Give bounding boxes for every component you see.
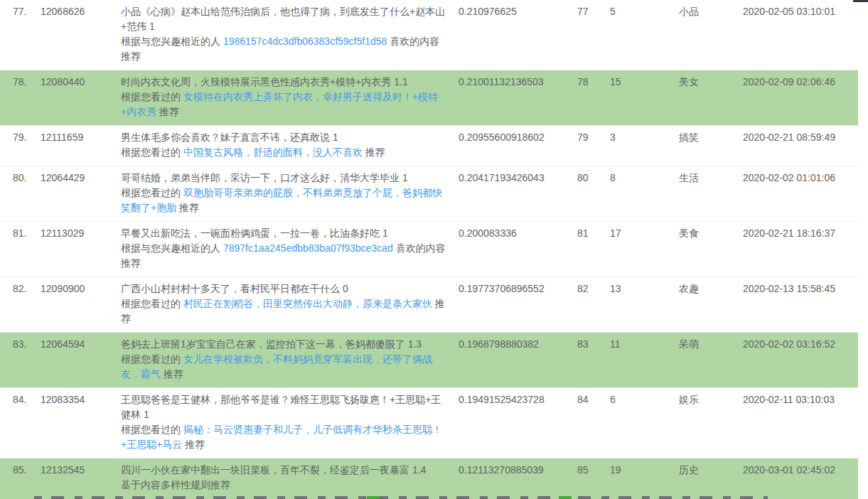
reason-suffix: 推荐 xyxy=(161,368,183,380)
count-value: 17 xyxy=(610,222,679,277)
score-value: 0.12113270885039 xyxy=(459,458,577,499)
item-description-cell: 男生体毛多你会喜欢？妹子直言不讳，还真敢说 1 根据您看过的 中国复古风格，舒适… xyxy=(121,126,459,166)
timestamp: 2020-02-02 01:01:06 xyxy=(743,166,858,222)
recommendation-list-page: { "colors": { "highlight_row": "#b0d6a3"… xyxy=(0,0,868,499)
item-id: 12132545 xyxy=(41,458,121,499)
row-index: 82. xyxy=(0,277,41,333)
category-label: 历史 xyxy=(679,458,743,499)
row-index: 83. xyxy=(0,333,41,388)
rank-value: 80 xyxy=(577,166,610,222)
score-value: 0.19491525423728 xyxy=(459,388,577,458)
reason-link[interactable]: 村民正在割稻谷，田里突然传出大动静，原来是条大家伙 xyxy=(183,298,432,309)
timestamp: 2020-02-02 03:16:52 xyxy=(743,333,858,388)
table-row[interactable]: 80. 12064429 哥哥结婚，弟弟当伴郎，采访一下，口才这么好，清华大学毕… xyxy=(0,166,858,222)
table-row[interactable]: 81. 12113029 早餐又出新吃法，一碗面粉俩鸡蛋，一拉一卷，比油条好吃 … xyxy=(0,222,858,277)
reason-prefix: 根据您看过的 xyxy=(121,146,183,158)
rank-value: 85 xyxy=(577,458,610,499)
next-row-clipped xyxy=(0,496,858,499)
count-value: 11 xyxy=(610,333,679,388)
item-description-cell: 小品《心病》赵本山给范伟治病后，他也得了病，到底发生了什么+赵本山+范伟 1 根… xyxy=(121,0,459,70)
item-title: 哥哥结婚，弟弟当伴郎，采访一下，口才这么好，清华大学毕业 1 xyxy=(121,171,446,186)
rank-value: 81 xyxy=(577,222,610,277)
reason-suffix: 推荐 xyxy=(156,106,179,117)
item-title: 小品《心病》赵本山给范伟治病后，他也得了病，到底发生了什么+赵本山+范伟 1 xyxy=(121,4,446,34)
reason-prefix: 根据您看过的 xyxy=(121,353,183,365)
reason-link[interactable]: 中国复古风格，舒适的面料，没人不喜欢 xyxy=(183,146,363,158)
row-index: 78. xyxy=(0,70,41,126)
score-value: 0.21001132136503 xyxy=(459,70,577,126)
table-row[interactable]: 78. 12080440 时尚内衣文化周，火辣模特展示黑色性感内衣秀+模特+内衣… xyxy=(0,70,858,126)
rank-value: 79 xyxy=(577,126,610,166)
count-value: 5 xyxy=(610,0,679,70)
table-row[interactable]: 85. 12132545 四川一小伙在家中翻出一块旧菜板，百年不裂，经鉴定后一夜… xyxy=(0,458,858,499)
item-id: 12111659 xyxy=(41,126,121,166)
timestamp: 2020-02-13 15:58:45 xyxy=(743,277,858,333)
timestamp: 2020-02-05 03:10:01 xyxy=(743,0,858,70)
row-index: 79. xyxy=(0,126,41,166)
rank-value: 77 xyxy=(577,0,610,70)
category-label: 娱乐 xyxy=(679,388,743,458)
row-index: 81. xyxy=(0,222,41,277)
item-description-cell: 哥哥结婚，弟弟当伴郎，采访一下，口才这么好，清华大学毕业 1 根据您看过的 双胞… xyxy=(121,166,459,222)
item-title: 早餐又出新吃法，一碗面粉俩鸡蛋，一拉一卷，比油条好吃 1 xyxy=(121,226,446,241)
item-description-cell: 四川一小伙在家中翻出一块旧菜板，百年不裂，经鉴定后一夜暴富 1.4 基于内容多样… xyxy=(121,458,459,499)
timestamp: 2020-02-11 03:10:03 xyxy=(743,388,858,458)
row-index: 85. xyxy=(0,458,41,499)
category-label: 农趣 xyxy=(679,277,743,333)
item-id: 12080440 xyxy=(41,70,121,126)
count-value: 8 xyxy=(610,166,679,222)
rank-value: 83 xyxy=(577,333,610,388)
reason-prefix: 根据您看过的 xyxy=(121,187,183,198)
window-edge-fragment xyxy=(853,0,868,2)
timestamp: 2020-03-01 02:45:02 xyxy=(743,458,858,499)
score-value: 0.210976625 xyxy=(459,0,577,70)
rank-value: 82 xyxy=(577,277,610,333)
row-index: 77. xyxy=(0,0,41,70)
recommend-reason: 基于内容多样性规则推荐 xyxy=(121,478,446,493)
score-value: 0.20955600918602 xyxy=(459,126,577,166)
reason-prefix: 根据与您兴趣相近的人 xyxy=(121,36,223,47)
recommend-reason: 根据与您兴趣相近的人 1986157c4dc3dfb06383cf59cf5f1… xyxy=(121,34,446,64)
count-value: 13 xyxy=(610,277,679,333)
item-title: 王思聪爸爸是王健林，那他爷爷是谁？难怪王思聪飞扬跋扈！+王思聪+王健林 1 xyxy=(121,392,446,422)
rank-value: 78 xyxy=(577,70,610,126)
table-row[interactable]: 82. 12090900 广西小山村封村十多天了，看村民平日都在干什么 0 根据… xyxy=(0,277,858,333)
table-row[interactable]: 83. 12064594 爸妈去上班留1岁宝宝自己在家，监控拍下这一幕，爸妈都傻… xyxy=(0,333,858,388)
row-index: 84. xyxy=(0,388,41,458)
item-id: 12064429 xyxy=(41,166,121,222)
count-value: 6 xyxy=(610,388,679,458)
item-title: 爸妈去上班留1岁宝宝自己在家，监控拍下这一幕，爸妈都傻眼了 1.3 xyxy=(121,337,446,352)
recommend-reason: 根据您看过的 中国复古风格，舒适的面料，没人不喜欢 推荐 xyxy=(121,145,446,160)
score-value: 0.200083336 xyxy=(459,222,577,277)
recommend-reason: 根据您看过的 双胞胎哥哥亲弟弟的屁股，不料弟弟竟放了个屁，爸妈都快笑翻了+胞胎 … xyxy=(121,186,446,215)
item-title: 男生体毛多你会喜欢？妹子直言不讳，还真敢说 1 xyxy=(121,130,446,145)
item-title: 时尚内衣文化周，火辣模特展示黑色性感内衣秀+模特+内衣秀 1.1 xyxy=(121,75,446,90)
reason-link[interactable]: 7897fc1aa245edbb83ba07f93bce3cad xyxy=(223,242,393,254)
item-description-cell: 时尚内衣文化周，火辣模特展示黑色性感内衣秀+模特+内衣秀 1.1 根据您看过的 … xyxy=(121,70,459,126)
reason-suffix: 推荐 xyxy=(176,202,199,213)
timestamp: 2020-02-21 08:59:49 xyxy=(743,126,858,166)
item-description-cell: 早餐又出新吃法，一碗面粉俩鸡蛋，一拉一卷，比油条好吃 1 根据与您兴趣相近的人 … xyxy=(121,222,459,277)
score-value: 0.19773706896552 xyxy=(459,277,577,333)
reason-prefix: 基于内容多样性规则推荐 xyxy=(121,479,230,490)
table-row[interactable]: 77. 12068626 小品《心病》赵本山给范伟治病后，他也得了病，到底发生了… xyxy=(0,0,858,70)
rank-value: 84 xyxy=(577,388,610,458)
recommend-reason: 根据您看过的 女儿在学校被欺负，不料妈妈竟穿军装出现，还带了俩战友，霸气 推荐 xyxy=(121,352,446,382)
count-value: 19 xyxy=(610,458,679,499)
category-label: 美食 xyxy=(679,222,743,277)
row-index: 80. xyxy=(0,166,41,222)
category-label: 小品 xyxy=(679,0,743,70)
table-row[interactable]: 84. 12083354 王思聪爸爸是王健林，那他爷爷是谁？难怪王思聪飞扬跋扈！… xyxy=(0,388,858,458)
recommend-reason: 根据您看过的 女模特在内衣秀上弄坏了内衣，幸好男子送得及时！+模特+内衣秀 推荐 xyxy=(121,90,446,119)
table-body: 77. 12068626 小品《心病》赵本山给范伟治病后，他也得了病，到底发生了… xyxy=(0,0,858,499)
reason-prefix: 根据您看过的 xyxy=(121,424,183,435)
item-id: 12064594 xyxy=(41,333,121,388)
reason-prefix: 根据与您兴趣相近的人 xyxy=(121,242,223,254)
clipped-text-fragment xyxy=(34,496,768,499)
reason-link[interactable]: 1986157c4dc3dfb06383cf59cf5f1d58 xyxy=(223,36,387,47)
table-row[interactable]: 79. 12111659 男生体毛多你会喜欢？妹子直言不讳，还真敢说 1 根据您… xyxy=(0,126,858,166)
category-label: 呆萌 xyxy=(679,333,743,388)
category-label: 生活 xyxy=(679,166,743,222)
score-value: 0.1968798880382 xyxy=(459,333,577,388)
clipped-green-icon-fragment xyxy=(367,496,380,499)
